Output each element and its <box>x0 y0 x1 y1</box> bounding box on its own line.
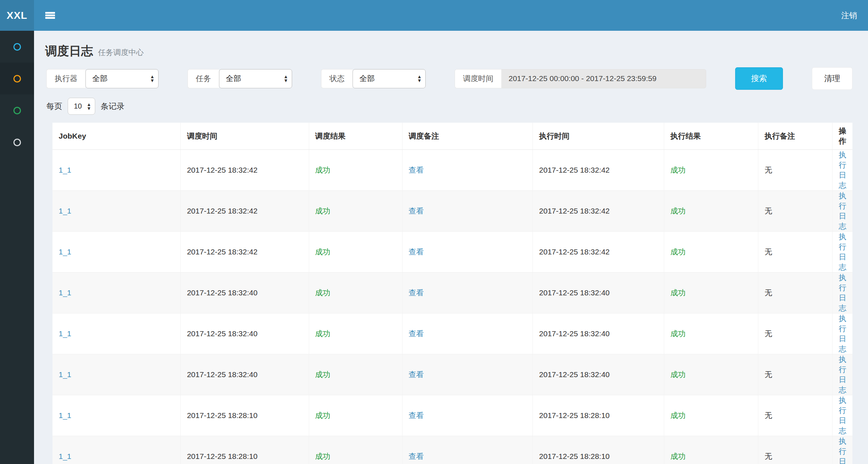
logout-link[interactable]: 注销 <box>841 10 868 21</box>
jobkey-link[interactable]: 1_1 <box>59 329 71 338</box>
sched-result-cell: 成功 <box>309 313 402 354</box>
page-size-prefix: 每页 <box>46 101 62 112</box>
jobkey-link[interactable]: 1_1 <box>59 166 71 174</box>
sched-result-cell: 成功 <box>309 149 402 190</box>
exec-log-link[interactable]: 执行日志 <box>839 273 846 312</box>
sidebar-menu <box>0 31 34 464</box>
jobkey-link[interactable]: 1_1 <box>59 370 71 379</box>
sched-result-cell: 成功 <box>309 354 402 395</box>
circle-icon <box>13 107 21 114</box>
sched-remark-view-link[interactable]: 查看 <box>409 166 424 174</box>
sidebar-menu-item[interactable] <box>0 94 34 126</box>
exec-result-cell: 成功 <box>664 231 758 272</box>
table-header-cell: 操作 <box>833 123 853 149</box>
page-title: 调度日志 <box>45 43 93 59</box>
jobkey-link[interactable]: 1_1 <box>59 288 71 297</box>
sidebar-menu-item[interactable] <box>0 31 34 63</box>
sched-result-cell: 成功 <box>309 190 402 231</box>
exec-remark-cell: 无 <box>758 436 833 464</box>
sched-time-cell: 2017-12-25 18:32:40 <box>181 354 309 395</box>
select-stepper-icon: ▲▼ <box>87 102 91 110</box>
exec-remark-cell: 无 <box>758 231 833 272</box>
exec-log-link[interactable]: 执行日志 <box>839 396 846 435</box>
exec-log-link[interactable]: 执行日志 <box>839 232 846 271</box>
executor-label: 执行器 <box>46 69 85 88</box>
sched-time-cell: 2017-12-25 18:32:40 <box>181 272 309 313</box>
time-range-input[interactable]: 2017-12-25 00:00:00 - 2017-12-25 23:59:5… <box>501 69 706 88</box>
table-row: 1_1 2017-12-25 18:28:10 成功 查看 2017-12-25… <box>52 395 852 436</box>
jobkey-link[interactable]: 1_1 <box>59 207 71 215</box>
exec-result-cell: 成功 <box>664 190 758 231</box>
time-filter-group: 调度时间 2017-12-25 00:00:00 - 2017-12-25 23… <box>455 69 706 88</box>
status-label: 状态 <box>321 69 353 88</box>
main-content: 调度日志 任务调度中心 执行器 全部 ▲▼ 任务 全部 ▲▼ 状态 全部 ▲▼ <box>34 31 868 464</box>
sched-time-cell: 2017-12-25 18:32:42 <box>181 149 309 190</box>
top-navbar: XXL 注销 <box>0 0 868 31</box>
exec-time-cell: 2017-12-25 18:32:42 <box>533 231 664 272</box>
exec-time-cell: 2017-12-25 18:32:42 <box>533 149 664 190</box>
circle-icon <box>13 139 21 146</box>
sched-time-cell: 2017-12-25 18:28:10 <box>181 436 309 464</box>
exec-log-link[interactable]: 执行日志 <box>839 191 846 230</box>
sched-time-cell: 2017-12-25 18:32:42 <box>181 231 309 272</box>
exec-time-cell: 2017-12-25 18:32:40 <box>533 354 664 395</box>
status-select-value: 全部 <box>359 73 375 84</box>
table-header-cell: 执行备注 <box>758 123 833 149</box>
sched-remark-view-link[interactable]: 查看 <box>409 370 424 379</box>
log-table-container: JobKey 调度时间 调度结果 调度备注 执行时间 执行结果 执行备注 操作 <box>52 123 852 464</box>
executor-filter-group: 执行器 全部 ▲▼ <box>46 69 159 88</box>
page-size-select[interactable]: 10 ▲▼ <box>68 98 95 115</box>
clear-button[interactable]: 清理 <box>812 67 852 90</box>
sched-time-cell: 2017-12-25 18:32:40 <box>181 313 309 354</box>
sched-time-cell: 2017-12-25 18:32:42 <box>181 190 309 231</box>
app-logo[interactable]: XXL <box>0 0 34 31</box>
sched-remark-view-link[interactable]: 查看 <box>409 207 424 215</box>
sched-remark-view-link[interactable]: 查看 <box>409 329 424 338</box>
filter-bar: 执行器 全部 ▲▼ 任务 全部 ▲▼ 状态 全部 ▲▼ 调度时间 2017-12… <box>34 67 868 90</box>
exec-log-link[interactable]: 执行日志 <box>839 314 846 353</box>
jobkey-link[interactable]: 1_1 <box>59 411 71 419</box>
sidebar-toggle-button[interactable] <box>34 0 55 31</box>
exec-result-cell: 成功 <box>664 272 758 313</box>
exec-time-cell: 2017-12-25 18:32:40 <box>533 313 664 354</box>
sidebar-menu-item[interactable] <box>0 126 34 158</box>
sched-remark-view-link[interactable]: 查看 <box>409 452 424 460</box>
hamburger-icon <box>45 11 55 20</box>
table-row: 1_1 2017-12-25 18:32:42 成功 查看 2017-12-25… <box>52 149 852 190</box>
exec-log-link[interactable]: 执行日志 <box>839 355 846 394</box>
table-row: 1_1 2017-12-25 18:32:42 成功 查看 2017-12-25… <box>52 190 852 231</box>
sidebar-menu-item[interactable] <box>0 63 34 94</box>
sched-result-cell: 成功 <box>309 395 402 436</box>
exec-log-link[interactable]: 执行日志 <box>839 437 846 464</box>
search-button[interactable]: 搜索 <box>735 67 783 90</box>
exec-remark-cell: 无 <box>758 354 833 395</box>
jobkey-link[interactable]: 1_1 <box>59 452 71 460</box>
sched-time-cell: 2017-12-25 18:28:10 <box>181 395 309 436</box>
page-size-row: 每页 10 ▲▼ 条记录 <box>34 90 868 117</box>
jobkey-link[interactable]: 1_1 <box>59 248 71 256</box>
sched-remark-view-link[interactable]: 查看 <box>409 288 424 297</box>
time-label: 调度时间 <box>455 69 501 88</box>
sched-remark-view-link[interactable]: 查看 <box>409 248 424 256</box>
executor-select-value: 全部 <box>92 73 108 84</box>
circle-icon <box>13 75 21 83</box>
exec-remark-cell: 无 <box>758 395 833 436</box>
executor-select[interactable]: 全部 ▲▼ <box>85 69 159 88</box>
exec-result-cell: 成功 <box>664 354 758 395</box>
select-stepper-icon: ▲▼ <box>283 75 288 83</box>
table-header-cell: 调度备注 <box>402 123 533 149</box>
exec-remark-cell: 无 <box>758 272 833 313</box>
log-table-body: 1_1 2017-12-25 18:32:42 成功 查看 2017-12-25… <box>52 149 852 464</box>
exec-result-cell: 成功 <box>664 436 758 464</box>
table-header-cell: 调度结果 <box>309 123 402 149</box>
table-row: 1_1 2017-12-25 18:32:40 成功 查看 2017-12-25… <box>52 354 852 395</box>
status-select[interactable]: 全部 ▲▼ <box>353 69 426 88</box>
exec-time-cell: 2017-12-25 18:28:10 <box>533 395 664 436</box>
content-header: 调度日志 任务调度中心 <box>34 31 868 67</box>
exec-log-link[interactable]: 执行日志 <box>839 151 846 189</box>
exec-remark-cell: 无 <box>758 149 833 190</box>
table-header-cell: JobKey <box>52 123 181 149</box>
job-select[interactable]: 全部 ▲▼ <box>219 69 292 88</box>
page-size-suffix: 条记录 <box>101 101 125 112</box>
sched-remark-view-link[interactable]: 查看 <box>409 411 424 419</box>
